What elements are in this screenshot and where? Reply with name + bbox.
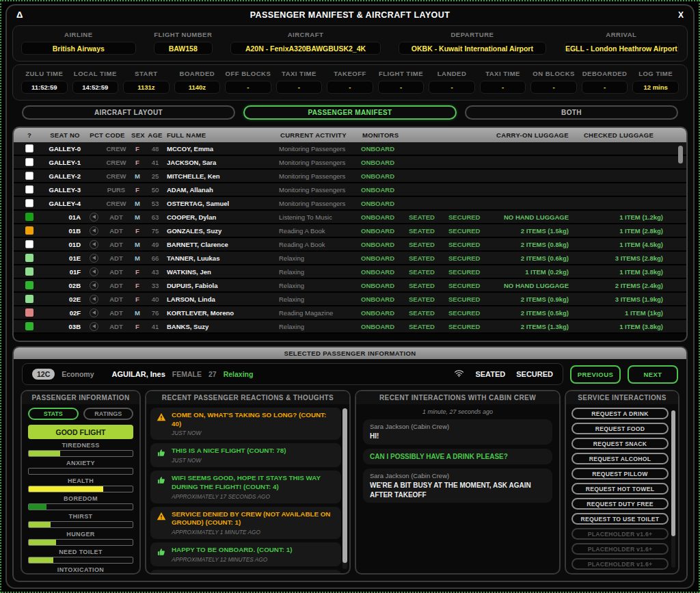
previous-passenger-button[interactable]: PREVIOUS <box>570 365 621 384</box>
stat-tiredness: TIREDNESS <box>28 442 133 457</box>
table-row[interactable]: 01AADTM63COOPER, DylanListening To Music… <box>14 211 686 224</box>
status-marker-icon <box>25 158 33 166</box>
audio-icon[interactable] <box>90 254 98 263</box>
seat-number: GALLEY-3 <box>45 186 85 194</box>
monitor-status: ONBOARD <box>361 295 409 303</box>
table-row[interactable]: 02FADTM76KORTLEVER, MorenoReading Magazi… <box>14 306 686 320</box>
stat-bar <box>28 468 133 475</box>
wifi-icon <box>454 368 464 380</box>
pct-code: CREW <box>103 159 130 166</box>
request-food-button[interactable]: REQUEST FOOD <box>571 423 669 434</box>
request-duty-free-button[interactable]: REQUEST DUTY FREE <box>571 498 669 510</box>
monitor-status: ONBOARD <box>361 172 409 180</box>
carry-on-luggage: 2 ITEMS (0.9kg) <box>492 295 573 303</box>
seat-number: 01A <box>45 213 85 221</box>
sex: F <box>130 186 145 194</box>
selected-passenger-section: SELECTED PASSENGER INFORMATION 12C Econo… <box>12 346 688 582</box>
reaction-item: WONDER WHAT THE WIFI IS LIKE? (COUNT: 1)… <box>150 570 341 573</box>
age: 75 <box>145 227 165 235</box>
table-row[interactable]: 02EADTF40LARSON, LindaRelaxingONBOARDSEA… <box>14 293 686 306</box>
audio-cell <box>85 226 103 235</box>
flight-info-value: British Airways <box>21 42 136 55</box>
checked-luggage: 1 ITEM (4.5kg) <box>573 241 686 248</box>
warning-icon <box>157 512 166 521</box>
request-snack-button[interactable]: REQUEST SNACK <box>571 438 669 449</box>
carry-on-luggage: 2 ITEMS (1.3kg) <box>492 323 573 330</box>
time-value: - <box>530 81 577 94</box>
stat-health: HEALTH <box>28 477 133 492</box>
flight-info-label: DEPARTURE <box>450 31 494 38</box>
seat-number: 01E <box>45 254 85 262</box>
request-pillow-button[interactable]: REQUEST PILLOW <box>571 468 669 479</box>
seat-number: 02F <box>45 309 85 317</box>
pct-code: ADT <box>103 241 130 248</box>
selected-summary-box: 12C Economy AGUILAR, Ines FEMALE 27 Rela… <box>22 363 563 385</box>
tab-ratings[interactable]: RATINGS <box>83 408 134 420</box>
audio-icon[interactable] <box>90 267 98 276</box>
request-hot-towel-button[interactable]: REQUEST HOT TOWEL <box>571 483 669 495</box>
tab-stats[interactable]: STATS <box>28 408 79 420</box>
table-row[interactable]: GALLEY-3PURSF50ADAM, AllanahMonitoring P… <box>14 183 686 197</box>
table-row[interactable]: 01BADTF75GONZALES, SuzyReading A BookONB… <box>14 224 686 238</box>
audio-icon[interactable] <box>90 308 98 317</box>
services-scrollbar[interactable] <box>671 410 675 568</box>
checked-luggage: 1 ITEM (3.8kg) <box>573 323 686 330</box>
audio-icon[interactable] <box>90 213 98 222</box>
table-row[interactable]: GALLEY-1CREWF41JACKSON, SaraMonitoring P… <box>14 156 686 170</box>
time-value: - <box>378 81 425 94</box>
audio-icon[interactable] <box>90 322 98 331</box>
flight-info-value: OKBK - Kuwait International Airport <box>399 42 546 55</box>
close-icon[interactable]: X <box>656 10 684 20</box>
table-row[interactable]: 01EADTM66TANNER, LuukasRelaxingONBOARDSE… <box>14 252 686 265</box>
audio-cell <box>85 267 103 276</box>
checked-luggage: 1 ITEM (3.8kg) <box>573 268 686 276</box>
stat-label: NEED TOILET <box>28 549 133 555</box>
pct-code: ADT <box>103 309 130 317</box>
table-row[interactable]: GALLEY-4CREWM53OSTERTAG, SamuelMonitorin… <box>14 197 686 211</box>
tab-both[interactable]: BOTH <box>465 105 678 120</box>
table-row[interactable]: GALLEY-2CREWM25MITCHELLE, KenMonitoring … <box>14 170 686 183</box>
table-row[interactable]: 02BADTF33DUPUIS, FabiolaRelaxingONBOARDS… <box>14 279 686 293</box>
pct-code: ADT <box>103 282 130 289</box>
table-row[interactable]: GALLEY-0CREWF48MCCOY, EmmaMonitoring Pas… <box>14 142 686 156</box>
pct-code: PURS <box>103 186 130 194</box>
stat-label: TIREDNESS <box>28 442 133 449</box>
column-header: MONITORS <box>361 131 492 139</box>
time-value: - <box>276 81 323 94</box>
chat-messages: Sara Jackson (Cabin Crew)HI!CAN I POSSIB… <box>363 419 552 503</box>
checked-luggage: 1 ITEM (1.2kg) <box>573 213 686 221</box>
table-row[interactable]: 01DADTM49BARNETT, ClarenceReading A Book… <box>14 238 686 252</box>
full-name: KORTLEVER, Moreno <box>165 309 279 317</box>
table-row[interactable]: 01FADTF43WATKINS, JenRelaxingONBOARDSEAT… <box>14 265 686 279</box>
stats-list: TIREDNESSANXIETYHEALTHBOREDOMTHIRSTHUNGE… <box>28 442 133 573</box>
screen: Δ PASSENGER MANIFEST & AIRCRAFT LAYOUT X… <box>0 0 700 593</box>
request-alcohol-button[interactable]: REQUEST ALCOHOL <box>571 453 669 464</box>
status-marker-icon <box>25 226 33 235</box>
row-status-marker <box>14 226 45 235</box>
time-field: ZULU TIME11:52:59 <box>21 70 68 94</box>
monitor-status: SECURED <box>448 241 492 248</box>
audio-icon[interactable] <box>90 295 98 304</box>
table-row[interactable]: 03BADTF41BANKS, SuzyRelaxingONBOARDSEATE… <box>14 320 686 334</box>
manifest-scrollbar-thumb[interactable] <box>678 146 683 163</box>
stat-need-toilet: NEED TOILET <box>28 549 133 564</box>
reactions-scrollbar[interactable] <box>342 408 347 569</box>
time-label: TAKEOFF <box>334 70 366 77</box>
tab-aircraft-layout[interactable]: AIRCRAFT LAYOUT <box>22 105 235 120</box>
request-a-drink-button[interactable]: REQUEST A DRINK <box>571 408 669 419</box>
audio-icon[interactable] <box>90 240 98 249</box>
chat-message-passenger: CAN I POSSIBLY HAVE A DRINK PLEASE? <box>363 449 552 465</box>
tab-passenger-manifest[interactable]: PASSENGER MANIFEST <box>243 105 457 120</box>
request-to-use-toilet-button[interactable]: REQUEST TO USE TOILET <box>571 513 669 525</box>
stat-bar <box>28 557 133 564</box>
stat-bar-fill <box>29 522 51 527</box>
stat-bar <box>28 539 133 546</box>
stat-bar-fill <box>29 451 60 456</box>
monitor-status: SEATED <box>409 254 448 262</box>
pct-code: ADT <box>103 254 130 262</box>
current-activity: Relaxing <box>279 295 361 303</box>
audio-icon[interactable] <box>90 281 98 290</box>
audio-icon[interactable] <box>90 226 98 235</box>
next-passenger-button[interactable]: NEXT <box>628 365 678 384</box>
app-menu-icon[interactable]: Δ <box>16 10 44 20</box>
